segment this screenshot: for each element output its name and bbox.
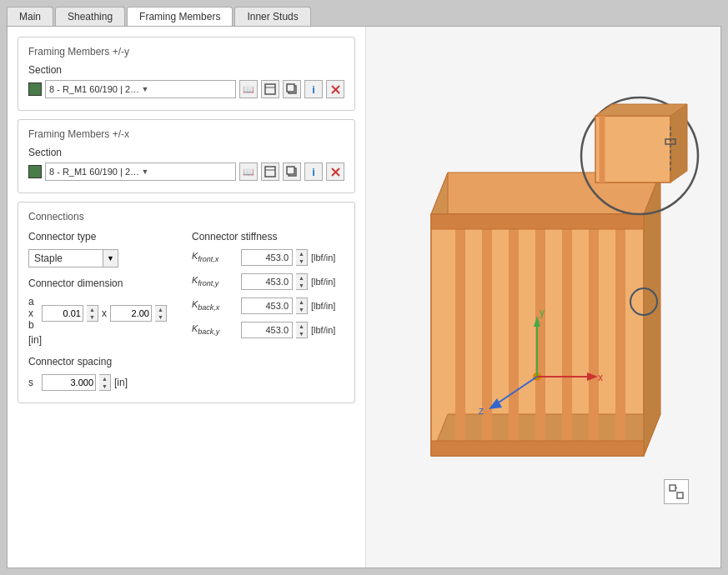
conn-right-col: Connector stiffness Kfront,x 453.0 ▲ ▼ […	[192, 231, 344, 391]
kback-y-label: Kback,y	[192, 323, 238, 336]
kfront-y-unit: [lbf/in]	[311, 277, 344, 287]
zoom-right-face	[670, 104, 687, 182]
kback-x-spinner[interactable]: ▲ ▼	[296, 298, 308, 314]
framing-x-section-label: Section	[28, 147, 344, 158]
framing-y-frame-icon[interactable]	[261, 80, 279, 98]
viz-container: y x z	[385, 81, 702, 514]
spacing-spinner[interactable]: ▲ ▼	[99, 374, 111, 391]
spacing-up[interactable]: ▲	[99, 375, 110, 382]
dim-ab-label: a x b	[28, 296, 38, 331]
tab-sheathing[interactable]: Sheathing	[55, 7, 125, 26]
top-plate	[431, 214, 644, 229]
z-label: z	[479, 405, 484, 417]
spacing-s-label: s	[28, 377, 38, 388]
dim-b-spinner[interactable]: ▲ ▼	[155, 305, 167, 322]
framing-y-delete-icon[interactable]	[326, 80, 344, 98]
dim-a-value: 0.01	[63, 308, 81, 318]
framing-y-section-row: 8 - R_M1 60/190 | 2 - 16F-1.3E, Softwo..…	[28, 80, 344, 98]
kfront-y-down[interactable]: ▼	[296, 282, 307, 289]
conn-spacing-label: Connector spacing	[28, 356, 175, 368]
connector-type-select[interactable]: Staple	[28, 249, 103, 268]
dim-a-down[interactable]: ▼	[87, 313, 98, 321]
left-panel: Framing Members +/-y Section 8 - R_M1 60…	[8, 27, 366, 568]
connections-grid: Connector type Staple ▼ Connector dimens…	[28, 231, 344, 391]
svg-rect-3	[287, 84, 294, 92]
kback-x-input[interactable]: 453.0	[241, 298, 293, 314]
kback-y-row: Kback,y 453.0 ▲ ▼ [lbf/in]	[192, 322, 344, 338]
kback-y-unit: [lbf/in]	[311, 325, 344, 335]
dim-unit: [in]	[28, 334, 42, 346]
dim-a-input[interactable]: 0.01	[42, 305, 83, 322]
main-container: Main Sheathing Framing Members Inner Stu…	[0, 0, 728, 575]
kback-y-down[interactable]: ▼	[296, 330, 307, 338]
framing-y-book-icon[interactable]: 📖	[239, 80, 258, 98]
content-area: Framing Members +/-y Section 8 - R_M1 60…	[7, 26, 721, 568]
kfront-y-row: Kfront,y 453.0 ▲ ▼ [lbf/in]	[192, 273, 344, 290]
framing-y-section: Framing Members +/-y Section 8 - R_M1 60…	[18, 37, 355, 111]
spacing-input[interactable]: 3.000	[42, 374, 96, 391]
framing-x-dropdown-text: 8 - R_M1 60/190 | 2 - 16F-1.3E, Softwo..…	[49, 167, 140, 177]
connector-type-value: Staple	[34, 252, 63, 264]
kfront-y-up[interactable]: ▲	[296, 274, 307, 282]
connections-title: Connections	[28, 211, 344, 222]
kfront-x-row: Kfront,x 453.0 ▲ ▼ [lbf/in]	[192, 249, 344, 266]
kback-x-down[interactable]: ▼	[296, 306, 307, 313]
framing-y-info-icon[interactable]: i	[304, 80, 323, 98]
kfront-x-input[interactable]: 453.0	[241, 249, 293, 266]
framing-y-dropdown[interactable]: 8 - R_M1 60/190 | 2 - 16F-1.3E, Softwo..…	[45, 80, 236, 98]
dim-b-up[interactable]: ▲	[155, 306, 166, 313]
tab-inner-studs[interactable]: Inner Studs	[234, 7, 310, 26]
kfront-y-spinner[interactable]: ▲ ▼	[296, 273, 308, 290]
tab-main[interactable]: Main	[7, 7, 53, 26]
tabs-bar: Main Sheathing Framing Members Inner Stu…	[7, 7, 721, 26]
kfront-x-unit: [lbf/in]	[311, 252, 344, 262]
kback-y-up[interactable]: ▲	[296, 322, 307, 330]
framing-x-book-icon[interactable]: 📖	[239, 162, 258, 181]
tab-framing-members[interactable]: Framing Members	[127, 7, 233, 26]
framing-x-info-icon[interactable]: i	[304, 162, 323, 181]
framing-y-copy-icon[interactable]	[283, 80, 301, 98]
connector-type-arrow[interactable]: ▼	[103, 249, 118, 268]
right-panel: y x z	[366, 27, 720, 568]
zoom-button[interactable]	[664, 479, 689, 504]
framing-y-dropdown-text: 8 - R_M1 60/190 | 2 - 16F-1.3E, Softwo..…	[49, 84, 140, 94]
svg-rect-14	[670, 485, 675, 491]
dim-b-value: 2.00	[132, 308, 149, 318]
framing-x-dropdown-arrow: ▼	[142, 168, 233, 176]
conn-dimension-label: Connector dimension	[28, 278, 175, 289]
dim-b-down[interactable]: ▼	[155, 313, 166, 321]
svg-rect-6	[265, 167, 275, 177]
framing-x-frame-icon[interactable]	[261, 162, 279, 181]
svg-rect-9	[287, 167, 294, 174]
framing-x-dropdown[interactable]: 8 - R_M1 60/190 | 2 - 16F-1.3E, Softwo..…	[45, 162, 236, 181]
bottom-plate	[431, 441, 644, 456]
framing-x-delete-icon[interactable]	[326, 162, 344, 181]
connections-section: Connections Connector type Staple ▼ Conn…	[18, 202, 355, 403]
dimension-row: a x b 0.01 ▲ ▼ x 2.00	[28, 296, 175, 346]
kback-y-input[interactable]: 453.0	[241, 322, 293, 338]
connector-type-row: Staple ▼	[28, 249, 175, 268]
framing-y-swatch	[28, 82, 42, 96]
kfront-y-input[interactable]: 453.0	[241, 273, 293, 290]
kfront-x-value: 453.0	[265, 252, 289, 262]
kback-x-value: 453.0	[265, 301, 289, 311]
dim-a-up[interactable]: ▲	[87, 306, 98, 313]
svg-rect-15	[677, 492, 683, 498]
framing-x-copy-icon[interactable]	[283, 162, 301, 181]
stiffness-label: Connector stiffness	[192, 231, 344, 242]
kfront-x-up[interactable]: ▲	[296, 250, 307, 258]
dim-b-input[interactable]: 2.00	[110, 305, 152, 322]
framing-y-title: Framing Members +/-y	[28, 46, 344, 58]
kfront-y-value: 453.0	[265, 277, 289, 287]
svg-rect-0	[265, 84, 275, 94]
kfront-x-spinner[interactable]: ▲ ▼	[296, 249, 308, 266]
dim-a-spinner[interactable]: ▲ ▼	[87, 305, 98, 322]
zoom-top	[595, 104, 687, 116]
kback-x-up[interactable]: ▲	[296, 298, 307, 306]
conn-left-col: Connector type Staple ▼ Connector dimens…	[28, 231, 175, 391]
kback-y-spinner[interactable]: ▲ ▼	[296, 322, 308, 338]
kfront-x-down[interactable]: ▼	[296, 258, 307, 265]
spacing-down[interactable]: ▼	[99, 382, 110, 390]
kback-x-label: Kback,x	[192, 299, 238, 312]
x-label: x	[598, 372, 603, 383]
